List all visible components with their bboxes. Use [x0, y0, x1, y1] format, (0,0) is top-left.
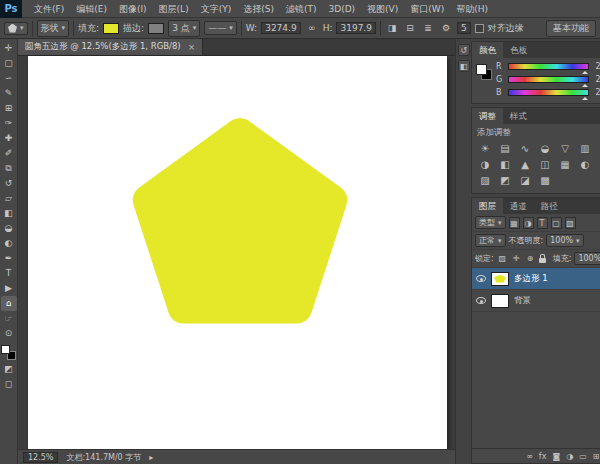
tab-adjustments[interactable]: 调整 — [472, 108, 503, 124]
green-slider[interactable] — [508, 76, 589, 83]
type-tool[interactable]: T — [1, 266, 17, 281]
status-arrow-icon[interactable]: ▸ — [149, 453, 153, 462]
red-value[interactable]: 255 — [593, 62, 600, 71]
invert-icon[interactable]: ◐ — [575, 157, 595, 173]
lasso-tool[interactable]: ∽ — [1, 71, 17, 86]
opacity-field[interactable]: 100% ▾ — [546, 234, 583, 247]
filter-adjustment-layers-icon[interactable]: ◑ — [523, 217, 534, 229]
tab-styles[interactable]: 样式 — [503, 108, 534, 124]
blue-value[interactable]: 255 — [593, 88, 600, 97]
adjustment-layer-icon[interactable]: ◑ — [566, 449, 573, 464]
fill-color-swatch[interactable] — [103, 23, 119, 34]
lock-image-pixels-icon[interactable]: ✛ — [511, 253, 522, 265]
exposure-icon[interactable]: ◒ — [535, 141, 555, 157]
menu-item-layer[interactable]: 图层(L) — [153, 0, 195, 18]
menu-item-edit[interactable]: 编辑(E) — [70, 0, 113, 18]
selective-color-icon[interactable]: ▩ — [535, 173, 555, 189]
foreground-mini-swatch[interactable] — [476, 64, 487, 75]
lock-transparent-pixels-icon[interactable]: ▨ — [497, 253, 508, 265]
gear-icon[interactable]: ⚙ — [439, 21, 453, 35]
move-tool[interactable]: ✛ — [1, 41, 17, 56]
dodge-tool[interactable]: ◐ — [1, 236, 17, 251]
red-slider[interactable] — [508, 63, 589, 70]
path-selection-tool[interactable]: ▶ — [1, 281, 17, 296]
filter-shape-layers-icon[interactable]: ▢ — [551, 217, 562, 229]
stroke-color-swatch[interactable] — [148, 23, 164, 34]
filter-type-layers-icon[interactable]: T — [537, 217, 548, 229]
clone-stamp-tool[interactable]: ⧉ — [1, 161, 17, 176]
properties-panel-icon[interactable]: ◧ — [458, 60, 470, 72]
link-dimensions-icon[interactable]: ∞ — [305, 21, 319, 35]
vibrance-icon[interactable]: ▽ — [555, 141, 575, 157]
threshold-icon[interactable]: ◩ — [495, 173, 515, 189]
color-lookup-icon[interactable]: ▦ — [555, 157, 575, 173]
crop-tool[interactable]: ⊞ — [1, 101, 17, 116]
menu-item-type[interactable]: 文字(Y) — [195, 0, 238, 18]
foreground-color-swatch[interactable] — [1, 345, 10, 354]
path-operations-icon[interactable]: ◨ — [385, 21, 399, 35]
lock-position-icon[interactable]: ⊕ — [525, 253, 536, 265]
new-layer-icon[interactable]: ⊞ — [593, 449, 600, 464]
tab-color[interactable]: 颜色 — [472, 42, 503, 58]
menu-item-select[interactable]: 选择(S) — [237, 0, 280, 18]
lock-all-icon[interactable] — [539, 258, 546, 263]
layer-mask-icon[interactable]: ◙ — [552, 449, 560, 464]
menu-item-view[interactable]: 视图(V) — [361, 0, 404, 18]
stroke-width-select[interactable]: 3 点 ▾ — [168, 20, 200, 37]
stroke-style-select[interactable]: —— ▾ — [204, 21, 237, 35]
layer-style-icon[interactable]: fx — [539, 449, 547, 464]
filter-pixel-layers-icon[interactable]: ▦ — [509, 217, 520, 229]
blue-slider[interactable] — [508, 89, 589, 96]
align-edges-checkbox[interactable] — [475, 24, 484, 33]
shape-width-field[interactable]: 3274.9 — [261, 22, 301, 34]
menu-item-file[interactable]: 文件(F) — [28, 0, 70, 18]
menu-item-window[interactable]: 窗口(W) — [404, 0, 450, 18]
tab-paths[interactable]: 路径 — [534, 198, 565, 214]
path-alignment-icon[interactable]: ⊟ — [403, 21, 417, 35]
active-color-indicator[interactable] — [476, 64, 492, 80]
foreground-background-colors[interactable] — [1, 345, 16, 360]
channel-mixer-icon[interactable]: ◫ — [535, 157, 555, 173]
workspace-switcher-button[interactable]: 基本功能 — [546, 20, 596, 37]
hand-tool[interactable]: ☞ — [1, 311, 17, 326]
quick-mask-button[interactable]: ◩ — [1, 362, 17, 377]
green-value[interactable]: 255 — [593, 75, 600, 84]
menu-item-filter[interactable]: 滤镜(T) — [280, 0, 323, 18]
shape-tool[interactable]: ⌂ — [1, 296, 17, 311]
black-white-icon[interactable]: ◧ — [495, 157, 515, 173]
brush-tool[interactable]: ✐ — [1, 146, 17, 161]
menu-item-help[interactable]: 帮助(H) — [450, 0, 494, 18]
screen-mode-button[interactable]: ◻ — [1, 377, 17, 392]
layer-name[interactable]: 背景 — [514, 295, 599, 307]
shape-height-field[interactable]: 3197.9 — [336, 22, 376, 34]
pen-tool[interactable]: ✒ — [1, 251, 17, 266]
curves-icon[interactable]: ∿ — [515, 141, 535, 157]
layer-filter-select[interactable]: 类型 ▾ — [475, 216, 506, 229]
menu-item-image[interactable]: 图像(I) — [113, 0, 153, 18]
color-balance-icon[interactable]: ◑ — [475, 157, 495, 173]
history-brush-tool[interactable]: ↺ — [1, 176, 17, 191]
layer-row-polygon[interactable]: 多边形 1 — [472, 268, 600, 290]
gradient-tool[interactable]: ◧ — [1, 206, 17, 221]
visibility-eye-icon[interactable] — [476, 275, 486, 282]
layer-name[interactable]: 多边形 1 — [514, 273, 600, 285]
eyedropper-tool[interactable]: ✑ — [1, 116, 17, 131]
close-icon[interactable]: × — [188, 42, 196, 52]
gradient-map-icon[interactable]: ◪ — [515, 173, 535, 189]
layer-thumbnail[interactable] — [491, 272, 509, 286]
canvas[interactable] — [28, 56, 447, 449]
layer-thumbnail[interactable] — [491, 294, 509, 308]
eraser-tool[interactable]: ▱ — [1, 191, 17, 206]
brightness-contrast-icon[interactable]: ☀ — [475, 141, 495, 157]
fill-opacity-field[interactable]: 100% ▾ — [574, 252, 600, 265]
menu-item-3d[interactable]: 3D(D) — [322, 0, 361, 18]
pentagon-shape[interactable] — [148, 133, 333, 309]
layer-row-background[interactable]: 背景 — [472, 290, 600, 312]
tab-swatches[interactable]: 色板 — [503, 42, 534, 58]
zoom-tool[interactable]: ⊙ — [1, 326, 17, 341]
blend-mode-select[interactable]: 正常 ▾ — [475, 234, 506, 247]
polygon-sides-field[interactable]: 5 — [457, 22, 471, 34]
filter-smart-objects-icon[interactable]: ▧ — [565, 217, 576, 229]
zoom-level-field[interactable]: 12.5% — [23, 452, 58, 463]
photo-filter-icon[interactable]: ▲ — [515, 157, 535, 173]
